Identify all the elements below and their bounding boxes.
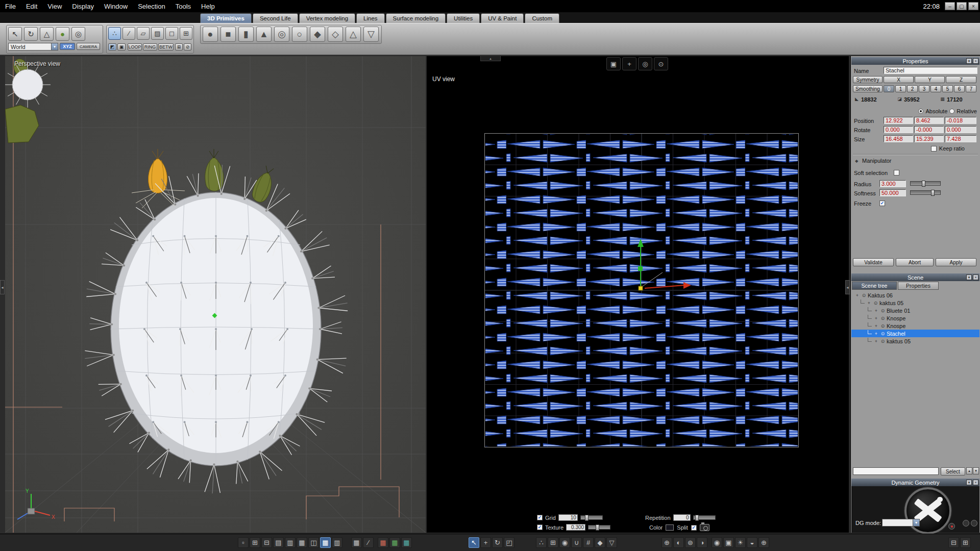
soft-toggle-icon[interactable]: ▣ (117, 43, 126, 51)
absolute-radio[interactable] (918, 109, 923, 114)
world-space-dropdown[interactable]: World ▾ (8, 43, 58, 51)
smoothing-level-2[interactable]: 2 (907, 85, 918, 92)
primitive-pyramid-icon[interactable]: ◆ (310, 27, 325, 42)
subdiv-none-icon[interactable]: ▫ (238, 537, 249, 548)
smoothing-level-7[interactable]: 7 (966, 85, 976, 92)
relative-radio[interactable] (949, 109, 954, 114)
visibility-eye-icon[interactable]: ⊙ (880, 323, 886, 329)
align-icon[interactable]: ▽ (606, 537, 617, 548)
properties-header[interactable]: Properties ▾ × (851, 57, 979, 65)
rotate-z-field[interactable]: 0.000 (945, 126, 976, 133)
soft-selection-checkbox[interactable] (894, 170, 899, 176)
move-tool-icon[interactable]: + (480, 537, 491, 548)
primitive-torus-icon[interactable]: ◎ (274, 27, 289, 42)
tree-item-knospe-2[interactable]: + ⊙ Knospe (851, 322, 979, 330)
snap-center-icon[interactable]: ◉ (559, 537, 570, 548)
rotate-y-field[interactable]: -0.000 (914, 126, 944, 133)
loop-button[interactable]: LOOP (128, 43, 142, 51)
keep-ratio-checkbox[interactable] (931, 146, 937, 152)
repetition-field[interactable]: 0 (673, 514, 691, 521)
lattice-icon[interactable]: # (583, 537, 594, 548)
between-button[interactable]: BETW (158, 43, 174, 51)
pivot-icon[interactable]: ◆ (595, 537, 605, 548)
tree-item-bluete-01[interactable]: + ⊙ Bluete 01 (851, 307, 979, 314)
expand-panels-icon[interactable]: ⊞ (960, 537, 971, 548)
sphere-select-icon[interactable]: ● (56, 27, 69, 41)
grid-mini-icon[interactable]: ⊞ (175, 43, 183, 51)
size-y-field[interactable]: 15.239 (914, 135, 944, 142)
scene-header[interactable]: Scene ▾ × (851, 273, 979, 281)
lasso-select-icon[interactable]: ↻ (24, 27, 38, 41)
uv-grid-icon[interactable]: ▦ (351, 537, 362, 548)
red-grid-icon[interactable]: ▦ (378, 537, 388, 548)
panel-collapse-handle[interactable]: ◂ (845, 280, 850, 294)
wire-shade-icon[interactable]: ⊚ (685, 537, 696, 548)
rotate-x-field[interactable]: 0.000 (884, 126, 913, 133)
primitive-sphere-icon[interactable]: ● (203, 27, 218, 42)
auto-select-toggle-icon[interactable]: ◩ (108, 43, 116, 51)
camera-toggle[interactable]: CAMERA (77, 43, 100, 50)
size-x-field[interactable]: 16.458 (884, 135, 913, 142)
xyz-toggle[interactable]: XYZ (60, 43, 75, 50)
color-swatch[interactable] (666, 524, 674, 531)
tree-item-stachel-selected[interactable]: + ⊙ Stachel (851, 330, 979, 337)
tab-custom[interactable]: Custom (525, 13, 559, 23)
primitive-helix-icon[interactable]: ▽ (363, 27, 379, 42)
left-edge-collapse-handle[interactable]: ◂ (0, 280, 5, 294)
uv-move-icon[interactable]: + (622, 57, 636, 70)
render-icon[interactable]: ◉ (712, 537, 722, 548)
maximize-button[interactable]: ▢ (957, 2, 967, 10)
smoothing-level-1[interactable]: 1 (895, 85, 906, 92)
grid-size-field[interactable]: 10 (558, 514, 578, 521)
validate-button[interactable]: Validate (853, 258, 894, 266)
visibility-eye-icon[interactable]: ⊙ (880, 308, 886, 313)
close-button[interactable]: × (968, 2, 978, 10)
subdiv-5-icon[interactable]: ▦ (297, 537, 307, 548)
tab-lines[interactable]: Lines (356, 13, 385, 23)
smoothing-level-6[interactable]: 6 (954, 85, 965, 92)
menu-display[interactable]: Display (67, 0, 99, 12)
select-points-icon[interactable]: ∴ (108, 27, 121, 40)
primitive-octahedron-icon[interactable]: ◇ (328, 27, 343, 42)
select-button[interactable]: Select (941, 467, 965, 475)
texture-slider[interactable] (596, 524, 599, 531)
smoothing-level-4[interactable]: 4 (930, 85, 941, 92)
chevron-down-icon[interactable]: ▾ (966, 480, 972, 485)
scene-search-input[interactable] (853, 467, 939, 475)
softness-field[interactable]: 50.000 (879, 189, 906, 196)
spin-down-icon[interactable]: ▾ (973, 467, 979, 474)
radius-slider[interactable] (922, 181, 925, 187)
uv-viewport[interactable]: UV view ▴ ▣ + ◎ ⊙ ✓ Grid 10 Repetition 0… (427, 56, 849, 533)
select-arrow-icon[interactable]: ↖ (8, 27, 22, 41)
collapse-panels-icon[interactable]: ⊟ (948, 537, 959, 548)
position-y-field[interactable]: 8.462 (914, 117, 944, 124)
visibility-eye-icon[interactable]: ⊙ (873, 300, 878, 306)
uv-pan-icon[interactable]: ▣ (606, 57, 621, 70)
cone-select-icon[interactable]: △ (40, 27, 54, 41)
magnet-icon[interactable]: ∪ (571, 537, 582, 548)
uv-zoom-icon[interactable]: ◎ (638, 57, 652, 70)
tab-surface-modeling[interactable]: Surface modeling (386, 13, 446, 23)
tab-second-life[interactable]: Second Life (253, 13, 298, 23)
tree-item-kaktus-06[interactable]: + ⊙ Kaktus 06 (851, 291, 979, 299)
pencil-icon[interactable]: ∕ (363, 537, 374, 548)
apply-button[interactable]: Apply (936, 258, 976, 266)
spin-up-icon[interactable]: ▴ (966, 467, 972, 474)
subdiv-1-icon[interactable]: ⊞ (250, 537, 260, 548)
texture-checkbox[interactable]: ✓ (537, 524, 543, 530)
uv-camera-icon[interactable]: ⊙ (654, 57, 668, 70)
menu-view[interactable]: View (42, 0, 67, 12)
symmetry-y-button[interactable]: Y (915, 76, 945, 83)
texture-opacity-field[interactable]: 0.300 (566, 524, 585, 531)
dg-toggle-1[interactable] (963, 520, 969, 527)
close-icon[interactable]: × (973, 274, 978, 280)
menu-file[interactable]: File (0, 0, 21, 12)
menu-edit[interactable]: Edit (21, 0, 42, 12)
disable-mini-icon[interactable]: ⊘ (184, 43, 191, 51)
minimize-button[interactable]: – (945, 2, 955, 10)
menu-help[interactable]: Help (196, 0, 220, 12)
select-tool-icon[interactable]: ↖ (469, 537, 479, 548)
select-edges-icon[interactable]: ∕ (122, 27, 135, 40)
environment-icon[interactable]: ◒ (747, 537, 757, 548)
visibility-eye-icon[interactable]: ⊙ (861, 293, 867, 298)
